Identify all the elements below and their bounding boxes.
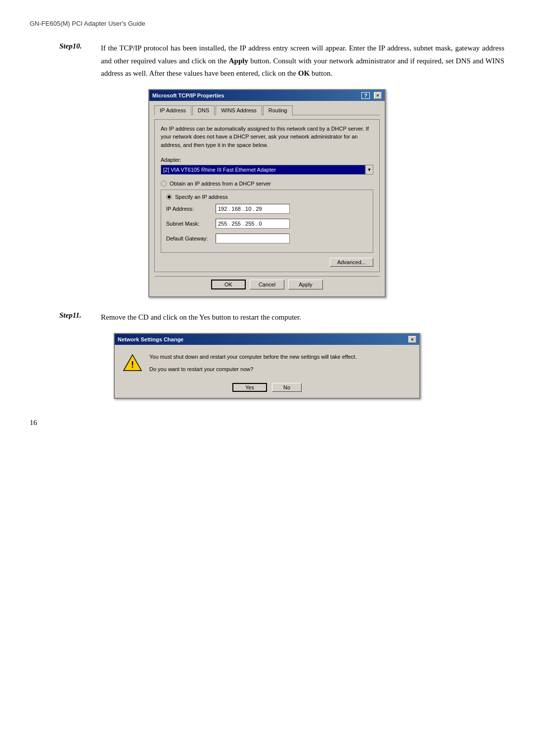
network-dialog-body: ! You must shut down and restart your co… — [115, 345, 419, 379]
step11-block: Step11. Remove the CD and click on the Y… — [30, 311, 504, 324]
network-close-button[interactable]: × — [408, 336, 416, 343]
tcp-ip-dialog: Microsoft TCP/IP Properties ? × IP Addre… — [148, 89, 386, 298]
warning-icon: ! — [123, 353, 142, 374]
network-settings-dialog: Network Settings Change × ! You must shu… — [114, 333, 420, 399]
network-message1: You must shut down and restart your comp… — [149, 353, 356, 362]
cancel-button[interactable]: Cancel — [250, 280, 284, 289]
advanced-button[interactable]: Advanced... — [330, 258, 373, 267]
tab-wins-address[interactable]: WINS Address — [216, 105, 262, 115]
step11-text: Remove the CD and click on the Yes butto… — [101, 311, 301, 324]
adapter-dropdown-arrow[interactable]: ▼ — [365, 165, 373, 175]
tcp-dialog-buttons: OK Cancel Apply — [154, 276, 380, 292]
radio-specify[interactable] — [166, 194, 172, 200]
tcp-titlebar: Microsoft TCP/IP Properties ? × — [149, 90, 385, 101]
network-dialog-wrapper: Network Settings Change × ! You must shu… — [30, 333, 504, 399]
adapter-select[interactable]: [2] VIA VT6105 Rhine III Fast Ethernet A… — [161, 165, 365, 175]
subnet-mask-row: Subnet Mask: — [166, 219, 368, 229]
specify-group: Specify an IP address IP Address: Subnet… — [161, 189, 373, 253]
network-titlebar: Network Settings Change × — [115, 334, 419, 345]
radio-specify-label: Specify an IP address — [175, 194, 228, 200]
ok-button[interactable]: OK — [211, 280, 246, 289]
default-gateway-input[interactable] — [216, 234, 290, 243]
apply-button[interactable]: Apply — [288, 280, 323, 289]
step10-text: If the TCP/IP protocol has been installe… — [101, 42, 504, 80]
subnet-mask-label: Subnet Mask: — [166, 221, 216, 227]
ip-address-input[interactable] — [216, 204, 290, 214]
no-button[interactable]: No — [272, 383, 302, 392]
help-button[interactable]: ? — [361, 92, 370, 99]
titlebar-buttons: ? × — [361, 92, 382, 99]
tab-routing[interactable]: Routing — [263, 105, 293, 115]
default-gateway-row: Default Gateway: — [166, 234, 368, 243]
tcp-tabs: IP Address DNS WINS Address Routing — [154, 105, 380, 115]
subnet-mask-input[interactable] — [216, 219, 290, 229]
tcp-content-area: An IP address can be automatically assig… — [154, 119, 380, 273]
network-warn-text: You must shut down and restart your comp… — [149, 353, 356, 374]
tcp-info-text: An IP address can be automatically assig… — [161, 125, 373, 149]
tab-dns[interactable]: DNS — [192, 105, 215, 115]
yes-button[interactable]: Yes — [232, 383, 267, 392]
radio-dhcp-row: Obtain an IP address from a DHCP server — [161, 181, 373, 187]
tcp-title: Microsoft TCP/IP Properties — [152, 93, 224, 98]
network-title: Network Settings Change — [118, 336, 183, 342]
adapter-label: Adapter: — [161, 157, 373, 163]
ip-address-label: IP Address: — [166, 206, 216, 212]
advanced-row: Advanced... — [161, 258, 373, 267]
svg-text:!: ! — [131, 360, 134, 370]
step11-label: Step11. — [59, 311, 99, 324]
apply-bold: Apply — [229, 57, 248, 65]
close-button[interactable]: × — [374, 92, 382, 99]
tcp-dialog-body: IP Address DNS WINS Address Routing An I… — [149, 101, 385, 297]
page-number: 16 — [30, 419, 504, 427]
ip-address-row: IP Address: — [166, 204, 368, 214]
radio-specify-row: Specify an IP address — [166, 194, 368, 200]
tab-ip-address[interactable]: IP Address — [154, 105, 191, 115]
radio-dhcp[interactable] — [161, 181, 167, 187]
step10-label: Step10. — [59, 42, 99, 80]
ok-bold: OK — [298, 69, 310, 77]
default-gateway-label: Default Gateway: — [166, 236, 216, 241]
adapter-select-row: [2] VIA VT6105 Rhine III Fast Ethernet A… — [161, 165, 373, 175]
page-header: GN-FE605(M) PCI Adapter User's Guide — [30, 20, 504, 27]
network-message2: Do you want to restart your computer now… — [149, 365, 356, 374]
step10-block: Step10. If the TCP/IP protocol has been … — [30, 42, 504, 80]
tcp-dialog-wrapper: Microsoft TCP/IP Properties ? × IP Addre… — [30, 89, 504, 298]
adapter-value: [2] VIA VT6105 Rhine III Fast Ethernet A… — [163, 167, 276, 173]
network-dialog-buttons: Yes No — [115, 379, 419, 398]
radio-dhcp-label: Obtain an IP address from a DHCP server — [170, 181, 271, 187]
